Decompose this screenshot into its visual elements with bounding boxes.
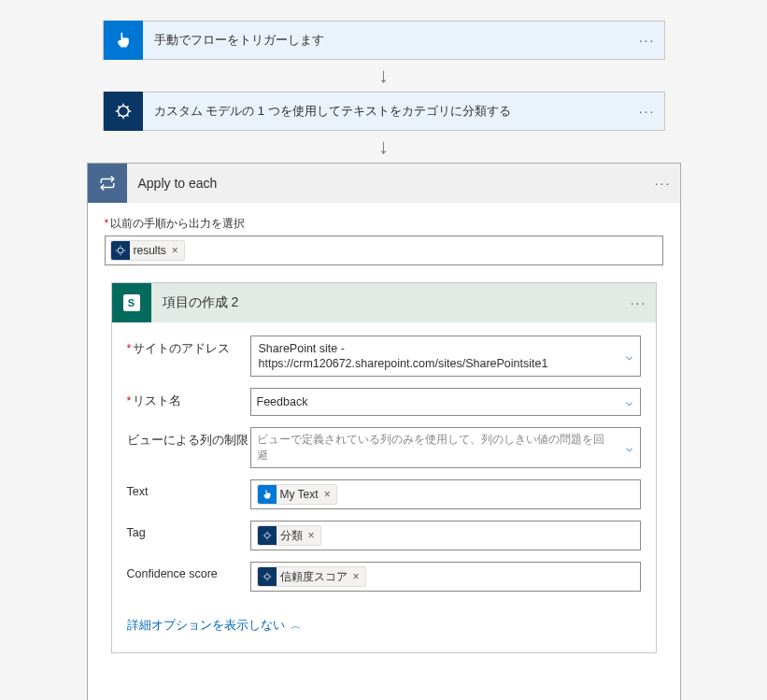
confidence-token-label: 信頼度スコア [280, 569, 348, 585]
categorize-title: カスタム モデルの 1 つを使用してテキストをカテゴリに分類する [143, 103, 631, 120]
view-limit-placeholder: ビューで定義されている列のみを使用して、列のしきい値の問題を回避 [257, 432, 612, 464]
results-token-remove[interactable]: × [170, 244, 180, 257]
site-value-line2: https://crm120672.sharepoint.com/sites/S… [259, 357, 548, 370]
ai-token-icon [111, 241, 130, 260]
chevron-up-icon: ︿ [291, 619, 301, 633]
mytext-token-label: My Text [280, 488, 319, 501]
view-limit-select[interactable]: ビューで定義されている列のみを使用して、列のしきい値の問題を回避 ⌵ [250, 427, 641, 468]
chevron-down-icon: ⌵ [626, 350, 632, 363]
output-select-label: *以前の手順から出力を選択 [105, 216, 663, 232]
site-value-line1: SharePoint site - [259, 342, 345, 355]
hide-advanced-link[interactable]: 詳細オプションを表示しない ︿ [112, 612, 656, 652]
create-item-header[interactable]: S 項目の作成 2 ··· [112, 283, 656, 322]
apply-to-each-header[interactable]: Apply to each ··· [88, 164, 680, 203]
mytext-token[interactable]: My Text × [257, 484, 337, 505]
text-label: Text [127, 479, 250, 498]
tag-token[interactable]: 分類 × [257, 525, 321, 546]
trigger-menu[interactable]: ··· [631, 33, 664, 48]
trigger-token-icon [258, 485, 277, 504]
create-item-menu[interactable]: ··· [622, 295, 656, 310]
loop-icon [88, 164, 127, 203]
trigger-step[interactable]: 手動でフローをトリガーします ··· [103, 21, 665, 60]
text-input[interactable]: My Text × [250, 479, 641, 509]
ai-builder-icon [104, 92, 143, 131]
tag-label: Tag [127, 521, 250, 539]
connector-arrow: ↓ [0, 60, 767, 92]
chevron-down-icon: ⌵ [626, 395, 632, 408]
results-token[interactable]: results × [110, 240, 185, 261]
site-address-label: *サイトのアドレス [127, 336, 250, 357]
tag-token-label: 分類 [280, 528, 303, 544]
view-limit-row: ビューによる列の制限 ビューで定義されている列のみを使用して、列のしきい値の問題… [127, 427, 641, 468]
ai-token-icon [258, 567, 277, 586]
list-value: Feedback [257, 395, 308, 408]
confidence-row: Confidence score 信頼度スコア × [127, 562, 641, 592]
svg-point-2 [264, 534, 269, 538]
view-limit-label: ビューによる列の制限 [127, 427, 250, 449]
apply-to-each-menu[interactable]: ··· [646, 176, 680, 191]
sharepoint-icon: S [112, 283, 151, 322]
svg-point-3 [264, 575, 269, 579]
list-name-label: *リスト名 [127, 388, 250, 409]
confidence-token[interactable]: 信頼度スコア × [257, 566, 366, 587]
connector-arrow: ↓ [0, 131, 767, 163]
confidence-input[interactable]: 信頼度スコア × [250, 562, 641, 592]
manual-trigger-icon [104, 21, 143, 60]
mytext-token-remove[interactable]: × [322, 488, 333, 501]
confidence-label: Confidence score [127, 562, 250, 580]
site-address-row: *サイトのアドレス SharePoint site - https://crm1… [127, 336, 641, 377]
apply-to-each-container: Apply to each ··· *以前の手順から出力を選択 results … [87, 163, 681, 700]
text-row: Text My Text × [127, 479, 641, 509]
create-item-step: S 項目の作成 2 ··· *サイトのアドレス SharePoint site … [111, 282, 657, 653]
tag-row: Tag 分類 × [127, 521, 641, 550]
output-select-input[interactable]: results × [105, 236, 663, 265]
tag-input[interactable]: 分類 × [250, 521, 641, 550]
site-address-select[interactable]: SharePoint site - https://crm120672.shar… [250, 336, 641, 377]
results-token-label: results [134, 244, 166, 257]
tag-token-remove[interactable]: × [306, 529, 317, 542]
categorize-menu[interactable]: ··· [631, 104, 664, 119]
list-name-select[interactable]: Feedback ⌵ [250, 388, 641, 416]
list-name-row: *リスト名 Feedback ⌵ [127, 388, 641, 416]
svg-point-1 [118, 248, 123, 253]
trigger-title: 手動でフローをトリガーします [143, 32, 631, 49]
ai-token-icon [258, 526, 277, 545]
create-item-title: 項目の作成 2 [151, 294, 622, 311]
categorize-step[interactable]: カスタム モデルの 1 つを使用してテキストをカテゴリに分類する ··· [103, 92, 665, 131]
confidence-token-remove[interactable]: × [351, 570, 362, 583]
chevron-down-icon: ⌵ [626, 441, 632, 454]
apply-to-each-title: Apply to each [127, 176, 646, 191]
